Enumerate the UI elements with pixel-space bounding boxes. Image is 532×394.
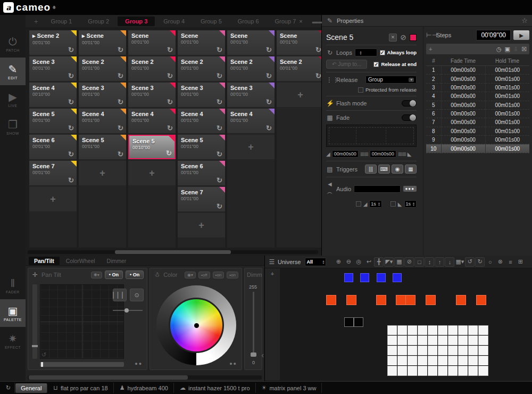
- keyboard-trigger[interactable]: ⌨: [378, 165, 390, 174]
- step-fade-time[interactable]: 00m00s00: [441, 109, 485, 118]
- steps-play-button[interactable]: ▶: [513, 30, 529, 40]
- move-down-icon[interactable]: ↓: [445, 257, 454, 267]
- fixture-blue[interactable]: [377, 273, 386, 282]
- tilt-slider[interactable]: [32, 284, 37, 359]
- fixture-orange[interactable]: [396, 295, 406, 305]
- display-trigger[interactable]: ▦: [405, 165, 417, 174]
- add-scene-button[interactable]: +: [128, 161, 176, 185]
- step-hold-time[interactable]: 00m01s00: [485, 118, 529, 127]
- step-fade-time[interactable]: 00m00s00: [441, 118, 485, 127]
- scene-cell[interactable]: Scene 300'01"00↻: [29, 56, 77, 81]
- steps-row[interactable]: 300m00s0000m01s00: [426, 83, 529, 92]
- delete-scene-button[interactable]: ✕: [389, 34, 397, 42]
- group-tab-group-2[interactable]: Group 2: [80, 17, 117, 26]
- step-fade-time[interactable]: 00m00s00: [441, 101, 485, 109]
- group-tab-group-3[interactable]: Group 3: [118, 17, 155, 26]
- pantilt-mode-dropdown[interactable]: ✺▾: [91, 272, 102, 278]
- step-fade-time[interactable]: 00m00s00: [441, 92, 485, 101]
- zoom-out-icon[interactable]: ⊖: [344, 257, 353, 267]
- add-fixture-icon[interactable]: ⊞: [516, 257, 525, 267]
- step-hold-time[interactable]: 00m01s00: [485, 127, 529, 135]
- dimmer-slider-thumb[interactable]: [251, 352, 256, 357]
- step-hold-time[interactable]: 00m01s00: [485, 66, 529, 75]
- audio-fadein-spinner[interactable]: 1s▲▼: [369, 200, 381, 208]
- color-btn-1[interactable]: •off: [198, 272, 210, 278]
- step-hold-time[interactable]: 00m01s00: [485, 83, 529, 92]
- fixture-black[interactable]: [354, 317, 363, 327]
- audio-file-input[interactable]: [354, 185, 400, 193]
- scene-cell[interactable]: Scene00'01"00↻: [227, 30, 275, 55]
- zoom-back-icon[interactable]: ↩: [364, 257, 373, 267]
- tilt-on-button[interactable]: • On: [126, 270, 144, 279]
- pantilt-xy-pad[interactable]: ↺: [40, 284, 124, 359]
- group-tab-group-1[interactable]: Group 1: [44, 17, 80, 26]
- scene-cell[interactable]: Scene 400'01"00↻: [227, 109, 275, 133]
- delete-step-icon[interactable]: ☒: [521, 46, 527, 53]
- fade-out-time-input[interactable]: 00m00s00: [370, 150, 396, 158]
- scene-cell[interactable]: Scene 500'01"00↻: [29, 109, 77, 133]
- fade-in-time-input[interactable]: 00m00s00: [332, 150, 359, 158]
- step-hold-time[interactable]: 00m01s00: [485, 101, 529, 109]
- group-tab-group-4[interactable]: Group 4: [156, 17, 192, 26]
- tab-overflow-icon[interactable]: ▬▬: [312, 18, 323, 24]
- add-universe-button[interactable]: +: [271, 270, 274, 277]
- dmx-trigger[interactable]: ◉: [392, 165, 403, 174]
- fixture-orange[interactable]: [326, 295, 336, 305]
- scene-cell[interactable]: Scene 400'10"00↻: [29, 83, 77, 107]
- color-btn-2[interactable]: •on: [213, 272, 225, 278]
- fixture-matrix-panel[interactable]: [387, 325, 488, 376]
- fader-mode-button[interactable]: ▏▏▏: [113, 289, 127, 301]
- fixture-tab-general[interactable]: General: [15, 383, 47, 393]
- zoom-fit-icon[interactable]: ◎: [354, 257, 363, 267]
- fixture-tab-hydrabeam-400[interactable]: ♟hydrabeam 400: [114, 383, 174, 393]
- scene-cell[interactable]: Scene 500'10"00↻: [128, 135, 176, 159]
- fixture-orange[interactable]: [376, 295, 386, 305]
- center-position-button[interactable]: ⊙: [130, 289, 144, 301]
- step-time-icon[interactable]: ◷: [496, 46, 502, 53]
- fade-curve-editor[interactable]: [326, 125, 417, 147]
- steps-row[interactable]: 800m00s0000m01s00: [426, 127, 529, 135]
- step-hold-time[interactable]: 00m01s00: [485, 92, 529, 101]
- color-wheel-cursor[interactable]: [194, 323, 199, 328]
- jump-to-button[interactable]: ↶ Jump to...: [326, 60, 367, 69]
- scene-cell[interactable]: ▸ Scene 200'01"00↻: [29, 30, 77, 55]
- add-scene-button[interactable]: +: [178, 213, 225, 237]
- fixture-blue[interactable]: [344, 273, 353, 282]
- grid-snap-icon[interactable]: ▦: [394, 257, 404, 267]
- scene-cell[interactable]: Scene 700'01"00↻: [29, 161, 77, 185]
- group-tab-group-7[interactable]: Group 7×: [268, 17, 310, 26]
- scene-cell[interactable]: Scene 400'01"00↻: [178, 109, 225, 133]
- steps-row[interactable]: 500m00s0000m01s00: [426, 101, 529, 109]
- close-group-icon[interactable]: ×: [299, 18, 302, 24]
- pad-reset-icon[interactable]: ↺: [41, 351, 46, 358]
- group-tab-group-6[interactable]: Group 6: [230, 17, 267, 26]
- move-step-icon[interactable]: ⇩: [513, 46, 518, 53]
- fade-in-grid-buttons[interactable]: ▦▦: [360, 151, 368, 157]
- fixture-tab-matrix-panel-3-ww[interactable]: ☀matrix panel 3 ww: [256, 383, 322, 393]
- sidebar-item-effect[interactable]: ✷EFFECT: [0, 327, 26, 355]
- add-scene-button[interactable]: +: [277, 83, 321, 107]
- fade-toggle[interactable]: [402, 114, 417, 121]
- release-at-end-checkbox[interactable]: ✓ Release at end: [373, 61, 417, 67]
- fixture-blue[interactable]: [360, 273, 369, 282]
- midi-trigger[interactable]: |||: [365, 165, 377, 174]
- palette-hscrollbar[interactable]: [28, 375, 262, 380]
- palette-tab-colorwheel[interactable]: ColorWheel: [61, 257, 101, 265]
- scene-cell[interactable]: Scene 200'01"00↻: [128, 56, 176, 81]
- pantilt-more-dots[interactable]: ●●: [135, 361, 143, 366]
- swap-icon[interactable]: ↕: [425, 257, 434, 267]
- add-scene-button[interactable]: +: [29, 187, 77, 211]
- scene-cell[interactable]: Scene00'01"00↻: [178, 30, 225, 55]
- scene-cell[interactable]: Scene00'01"00↻: [128, 30, 176, 55]
- color-more-dots[interactable]: ●●: [229, 361, 237, 366]
- scene-cell[interactable]: ▸ Scene00'01"00↻: [79, 30, 126, 55]
- sidebar-item-show[interactable]: ❐SHOW: [0, 113, 26, 141]
- rotate-right-icon[interactable]: ↻: [475, 257, 485, 267]
- scene-cell[interactable]: Scene 400'01"00↻: [128, 109, 176, 133]
- fade-out-grid-buttons[interactable]: ▦▦: [398, 151, 406, 157]
- step-hold-time[interactable]: 00m01s00: [485, 75, 529, 83]
- add-group-button[interactable]: +: [30, 18, 43, 26]
- move-up-icon[interactable]: ↑: [435, 257, 444, 267]
- add-scene-button[interactable]: +: [79, 161, 126, 185]
- color-btn-3[interactable]: •on: [227, 272, 238, 278]
